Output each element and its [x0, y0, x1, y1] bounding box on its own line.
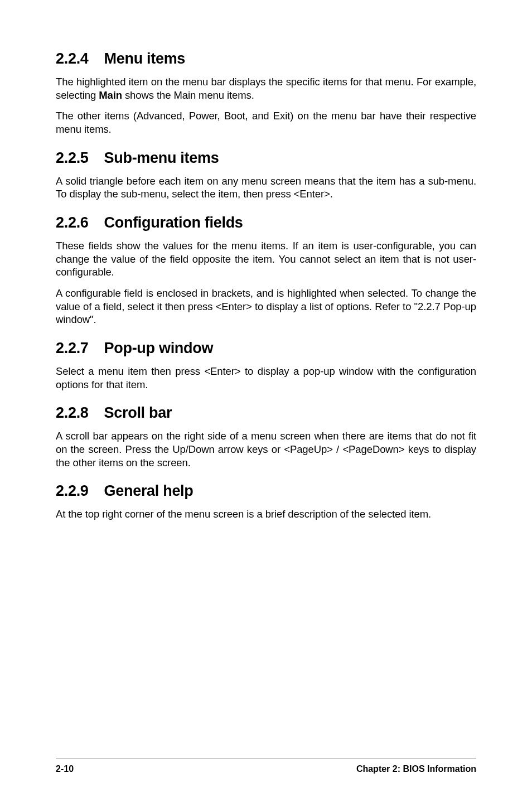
- section-title: Sub-menu items: [104, 149, 219, 166]
- paragraph: A solid triangle before each item on any…: [56, 175, 476, 201]
- paragraph: At the top right corner of the menu scre…: [56, 508, 476, 521]
- page-number: 2-10: [56, 764, 74, 774]
- paragraph: A scroll bar appears on the right side o…: [56, 429, 476, 469]
- section-number: 2.2.5: [56, 149, 89, 167]
- heading-226: 2.2.6Configuration fields: [56, 214, 476, 231]
- page-footer: 2-10 Chapter 2: BIOS Information: [56, 764, 476, 774]
- text-run: shows the Main menu items.: [122, 89, 254, 101]
- section-number: 2.2.9: [56, 482, 89, 500]
- heading-229: 2.2.9General help: [56, 482, 476, 500]
- section-number: 2.2.7: [56, 340, 89, 357]
- chapter-label: Chapter 2: BIOS Information: [356, 764, 476, 774]
- footer-divider: [56, 758, 476, 758]
- section-title: Scroll bar: [104, 404, 172, 421]
- paragraph: Select a menu item then press <Enter> to…: [56, 365, 476, 391]
- heading-228: 2.2.8Scroll bar: [56, 404, 476, 422]
- section-number: 2.2.8: [56, 404, 89, 422]
- heading-227: 2.2.7Pop-up window: [56, 340, 476, 357]
- paragraph: These fields show the values for the men…: [56, 239, 476, 279]
- heading-225: 2.2.5Sub-menu items: [56, 149, 476, 167]
- text-bold: Main: [99, 89, 122, 101]
- section-title: Pop-up window: [104, 340, 214, 356]
- section-number: 2.2.4: [56, 50, 89, 67]
- paragraph: The other items (Advanced, Power, Boot, …: [56, 109, 476, 136]
- paragraph: A configurable field is enclosed in brac…: [56, 287, 476, 326]
- section-title: Menu items: [104, 50, 186, 67]
- page-content: 2.2.4Menu items The highlighted item on …: [56, 45, 476, 758]
- section-title: Configuration fields: [104, 214, 243, 231]
- section-number: 2.2.6: [56, 214, 89, 231]
- footer-container: 2-10 Chapter 2: BIOS Information: [56, 758, 476, 774]
- section-title: General help: [104, 482, 194, 499]
- paragraph: The highlighted item on the menu bar dis…: [56, 75, 476, 102]
- heading-224: 2.2.4Menu items: [56, 50, 476, 67]
